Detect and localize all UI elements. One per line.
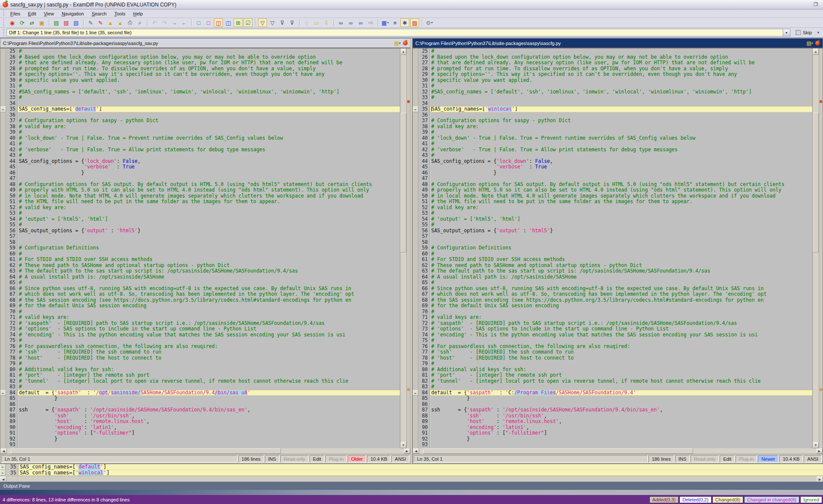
line-text[interactable]: SAS_config_names=['winlocal'] <box>430 106 812 112</box>
line-text[interactable]: # Configuration options for SAS output. … <box>430 182 812 188</box>
line-text[interactable]: # 'output' = ['html5', 'html'] <box>430 216 812 222</box>
line-text[interactable]: } <box>18 170 400 176</box>
line-text[interactable]: # <box>430 210 812 216</box>
line-text[interactable]: # <box>430 141 812 147</box>
file-menu-button[interactable]: ▤▾ <box>393 39 401 47</box>
line-text[interactable]: # Based upon the lock_down configuration… <box>430 54 812 60</box>
line-text[interactable]: # Based upon the lock_down configuration… <box>18 54 400 60</box>
line-text[interactable]: # which does not work well as utf-8. So,… <box>430 291 812 297</box>
filter-right-orphans-icon[interactable]: ⊽ <box>288 18 297 27</box>
line-text[interactable]: } <box>430 436 812 442</box>
line-text[interactable]: # 'encoding' - This is the python encodi… <box>18 332 400 338</box>
line-text[interactable]: # which does not work well as utf-8. So,… <box>18 291 400 297</box>
line-text[interactable]: # <box>18 309 400 315</box>
line-text[interactable]: # <box>18 280 400 286</box>
edit-second-file-icon[interactable]: ✎ <box>96 18 105 27</box>
line-text[interactable]: # 'host' - [REQUIRED] the host to connec… <box>18 355 400 361</box>
show-different-icon[interactable]: □ <box>204 18 213 27</box>
line-text[interactable]: } <box>430 396 812 402</box>
vertical-scrollbar-right[interactable]: ▲▼ <box>812 48 819 448</box>
swap-panes-icon[interactable]: ⇄ <box>27 18 36 27</box>
line-text[interactable]: # <box>18 153 400 159</box>
line-text[interactable]: # 'encoding' - This is the python encodi… <box>430 332 812 338</box>
scroll-right-icon[interactable]: ▶ <box>816 448 823 454</box>
line-text[interactable] <box>18 442 400 448</box>
show-right-only-icon[interactable]: ◫ <box>224 18 233 27</box>
line-text[interactable]: # the SAS session encoding (see https://… <box>18 297 400 303</box>
goto-line-second-icon[interactable]: ▲ <box>116 18 125 27</box>
recompare-icon[interactable]: ⟳ <box>18 18 27 27</box>
line-text[interactable]: SAS_output_options = {'output' : 'html5'… <box>430 228 812 234</box>
find-prev-icon[interactable]: ∞ <box>356 18 365 27</box>
show-identical-icon[interactable]: □ <box>194 18 203 27</box>
line-text[interactable]: 'options' : ["-fullstimer"] <box>18 430 400 436</box>
line-text[interactable]: # The default path to the sas start up s… <box>430 268 812 274</box>
filter-identical-icon[interactable]: ▽ <box>268 18 277 27</box>
copy-block-left-icon[interactable]: ← <box>180 18 189 27</box>
line-text[interactable]: # specify options=''. This way it's spec… <box>18 72 400 78</box>
line-text[interactable] <box>18 240 400 246</box>
line-text[interactable]: # 'options' - SAS options to include in … <box>18 326 400 332</box>
maximize-button-icon[interactable]: ❐ <box>810 1 821 8</box>
line-text[interactable]: # valid key are: <box>430 124 812 130</box>
line-text[interactable]: # <box>430 83 812 89</box>
line-text[interactable]: # Configuration options for saspy - pyth… <box>18 118 400 124</box>
line-text[interactable]: 'verbose' : True <box>430 164 812 170</box>
goto-line-first-icon[interactable]: ▲ <box>106 18 115 27</box>
line-text[interactable]: # A usual install path is: /opt/sasinsid… <box>430 274 812 280</box>
line-text[interactable]: # <box>430 361 812 367</box>
edit-first-file-icon[interactable]: ✎ <box>86 18 95 27</box>
print-icon[interactable]: ⎙ <box>126 18 135 27</box>
print-preview-icon[interactable]: ⌕ <box>135 18 144 27</box>
line-text[interactable]: # <box>18 83 400 89</box>
line-text[interactable]: } <box>18 436 400 442</box>
line-text[interactable]: # that are defined already. Any necessar… <box>430 60 812 66</box>
vertical-scrollbar-left[interactable]: ▲▼ <box>400 48 406 448</box>
line-text[interactable]: # in local mode. Note that HTML 4.0 will… <box>430 193 812 199</box>
line-text[interactable]: # 'ssh' - [REQUIRED] the ssh command to … <box>18 349 400 355</box>
line-text[interactable]: # properly with HTML 5.0 so it can also … <box>18 187 400 193</box>
compare-mode-icon[interactable]: ≡ <box>390 18 399 27</box>
line-text[interactable]: # specific value you want applied. <box>430 78 812 84</box>
line-text[interactable]: # <box>430 48 812 54</box>
show-left-only-icon[interactable]: ◫ <box>214 18 223 27</box>
line-text[interactable]: 'encoding': 'latin1', <box>430 425 812 431</box>
line-text[interactable]: # <box>18 95 400 101</box>
line-text[interactable]: # <box>18 210 400 216</box>
line-text[interactable]: # <box>18 338 400 344</box>
line-text[interactable]: # properly with HTML 5.0 so it can also … <box>430 187 812 193</box>
line-text[interactable]: # 'lock_down' - True | False. True = Pre… <box>430 135 812 141</box>
scroll-right-icon[interactable]: ▶ <box>404 448 410 454</box>
line-text[interactable] <box>430 442 812 448</box>
line-text[interactable]: # that are defined already. Any necessar… <box>18 60 400 66</box>
line-text[interactable]: # Additional valid keys for ssh: <box>18 367 400 373</box>
line-text[interactable]: #SAS_config_names = ['default', 'ssh', '… <box>430 89 812 95</box>
line-text[interactable] <box>430 240 812 246</box>
line-text[interactable]: # 'port' - [integer] the remote ssh port <box>430 372 812 378</box>
scroll-thumb[interactable] <box>423 448 693 454</box>
line-text[interactable] <box>18 402 400 408</box>
save-first-file-icon[interactable]: ▤ <box>52 18 61 27</box>
line-text[interactable]: # valid key are: <box>430 205 812 211</box>
line-text[interactable]: # The default path to the sas start up s… <box>18 268 400 274</box>
line-text[interactable]: # <box>18 129 400 135</box>
line-text[interactable]: # prompted for at run time. To dissallow… <box>430 66 812 72</box>
line-text[interactable]: # in local mode. Note that HTML 4.0 will… <box>18 193 400 199</box>
copy-block-right-icon[interactable]: → <box>170 18 179 27</box>
change-marker-icon[interactable]: ► <box>0 106 6 112</box>
line-text[interactable]: SAS_config_options = {'lock_down': False… <box>430 159 812 165</box>
skip-checkbox[interactable] <box>796 30 801 35</box>
scroll-down-icon[interactable]: ▼ <box>400 442 406 448</box>
scroll-thumb[interactable] <box>813 113 819 252</box>
line-text[interactable]: # <box>430 129 812 135</box>
line-text[interactable]: # 'ssh' - [REQUIRED] the ssh command to … <box>430 349 812 355</box>
line-text[interactable]: # 'port' - [integer] the remote ssh port <box>18 372 400 378</box>
toolbar-grip[interactable] <box>2 19 5 27</box>
line-text[interactable]: # specify options=''. This way it's spec… <box>430 72 812 78</box>
line-text[interactable]: } <box>430 170 812 176</box>
line-text[interactable] <box>430 176 812 182</box>
current-diff-combobox[interactable]: Diff 1: Change 1 line (35, first file) t… <box>6 29 790 36</box>
line-text[interactable]: # valid keys are: <box>430 315 812 321</box>
line-text[interactable]: # A usual install path is: /opt/sasinsid… <box>18 274 400 280</box>
menu-item-search[interactable]: Search <box>88 10 111 17</box>
